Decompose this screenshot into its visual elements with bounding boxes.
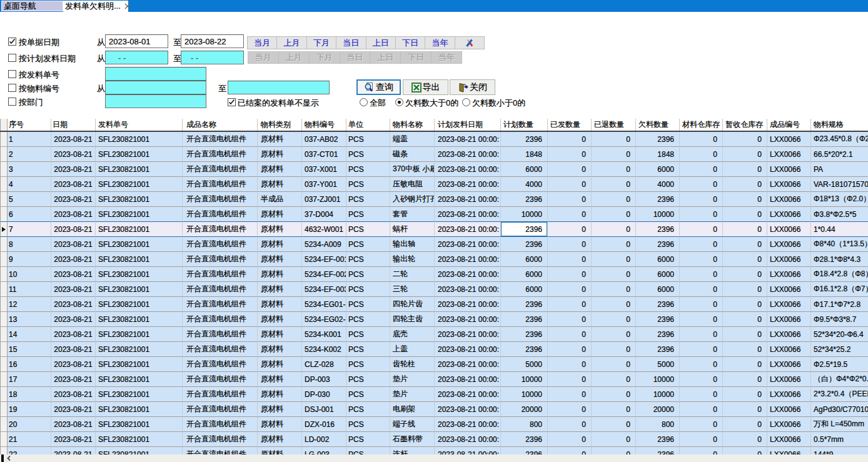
cell[interactable]: 7 (8, 222, 51, 237)
cell[interactable]: 0 (680, 252, 723, 267)
cell[interactable]: 2023-08-21 00:00: (435, 207, 501, 222)
cell[interactable]: PCS (346, 177, 390, 192)
cell[interactable]: 2023-08-21 (51, 327, 96, 342)
cell[interactable]: 037-X001 (302, 162, 346, 177)
cell[interactable]: LXX0066 (767, 207, 811, 222)
cell[interactable]: PCS (346, 132, 390, 147)
cell[interactable]: 2023-08-21 (51, 282, 96, 297)
cell[interactable]: 开合直流电机组件 (183, 447, 258, 454)
cell[interactable]: 2396 (501, 297, 548, 312)
cell[interactable]: 0 (548, 267, 592, 282)
cell[interactable]: 入砂钢片打孔 (390, 192, 435, 207)
cell[interactable]: 齿轮柱 (390, 357, 435, 372)
cell[interactable]: 2023-08-21 (51, 147, 96, 162)
cell[interactable]: PCS (346, 222, 390, 237)
export-button[interactable]: 导出 (403, 79, 448, 95)
cell[interactable]: 0 (723, 417, 767, 432)
cell[interactable]: 144*9 (811, 447, 868, 454)
row-header[interactable] (0, 402, 8, 417)
cell[interactable]: 2396 (636, 447, 680, 454)
cell[interactable]: 2023-08-21 (51, 222, 96, 237)
cell[interactable]: SFL230821001 (96, 432, 183, 447)
cell[interactable]: 开合直流电机组件 (183, 297, 258, 312)
cell[interactable]: SFL230821001 (96, 207, 183, 222)
cell[interactable]: 2023-08-21 00:00: (435, 222, 501, 237)
column-header-12[interactable]: 已退数量 (592, 119, 636, 131)
cell[interactable]: 0 (723, 372, 767, 387)
btn-next-day[interactable]: 下日 (396, 37, 425, 49)
cell[interactable]: 2023-08-21 (51, 267, 96, 282)
cell[interactable]: 2023-08-21 00:00: (435, 252, 501, 267)
cell[interactable]: 2396 (636, 222, 680, 237)
cell[interactable]: 原材料 (258, 162, 302, 177)
cell[interactable]: LXX0066 (767, 252, 811, 267)
cell[interactable]: 0 (723, 312, 767, 327)
cell[interactable]: 0 (592, 402, 636, 417)
column-header-4[interactable]: 成品名称 (183, 119, 258, 131)
cell[interactable]: 2 (8, 147, 51, 162)
cell[interactable]: 0 (548, 357, 592, 372)
cell[interactable]: 0 (723, 207, 767, 222)
issue-no-input[interactable] (105, 67, 206, 81)
cell[interactable]: 开合直流电机组件 (183, 132, 258, 147)
by-department-checkbox[interactable] (8, 98, 16, 106)
cell[interactable]: SFL230821001 (96, 132, 183, 147)
cell[interactable]: 800 (501, 417, 548, 432)
row-header[interactable] (0, 237, 8, 252)
cell[interactable]: 52*34*20-Φ6.4 (811, 327, 868, 342)
cell[interactable]: 0.5*7mm (811, 432, 868, 447)
cell[interactable]: SFL230821001 (96, 177, 183, 192)
cell[interactable]: 6000 (501, 252, 548, 267)
cell[interactable]: 0 (680, 312, 723, 327)
cell[interactable]: 原材料 (258, 312, 302, 327)
cell[interactable]: SFL230821001 (96, 267, 183, 282)
cell[interactable]: 2396 (636, 132, 680, 147)
cell[interactable]: SFL230821001 (96, 282, 183, 297)
cell[interactable]: 2023-08-21 00:00: (435, 162, 501, 177)
cell[interactable]: 1848 (501, 147, 548, 162)
cell[interactable]: LXX0066 (767, 132, 811, 147)
cell[interactable]: 2023-08-21 00:00: (435, 312, 501, 327)
cell[interactable]: 0 (680, 372, 723, 387)
cell[interactable]: LXX0066 (767, 282, 811, 297)
cell[interactable]: LG-003 (302, 447, 346, 454)
cell[interactable]: 0 (592, 282, 636, 297)
cell[interactable]: 2396 (501, 432, 548, 447)
cell[interactable]: LXX0066 (767, 147, 811, 162)
cell[interactable]: 0 (548, 372, 592, 387)
cell[interactable]: 开合直流电机组件 (183, 402, 258, 417)
cell[interactable]: 万和 L=450mm (811, 417, 868, 432)
cell[interactable]: 2023-08-21 00:00: (435, 327, 501, 342)
cell[interactable]: 压敏电阻 (390, 177, 435, 192)
cell[interactable]: 6000 (636, 162, 680, 177)
cell[interactable]: 原材料 (258, 387, 302, 402)
cell[interactable]: 0 (548, 387, 592, 402)
cell[interactable]: 2396 (501, 237, 548, 252)
cell[interactable]: 0 (680, 147, 723, 162)
cell[interactable]: 5234-K001 (302, 327, 346, 342)
cell[interactable]: 原材料 (258, 342, 302, 357)
by-doc-date-checkbox[interactable] (8, 38, 16, 46)
cell[interactable]: 端盖 (390, 132, 435, 147)
row-header[interactable] (0, 132, 8, 147)
cell[interactable]: 5234-K002 (302, 342, 346, 357)
column-header-10[interactable]: 计划数量 (501, 119, 548, 131)
cell[interactable]: 2023-08-21 00:00: (435, 192, 501, 207)
cell[interactable]: 0 (592, 267, 636, 282)
cell[interactable]: 5234-A009 (302, 237, 346, 252)
column-header-16[interactable]: 成品编号 (767, 119, 811, 131)
cell[interactable]: 垫片 (390, 372, 435, 387)
cell[interactable]: 2023-08-21 00:00: (435, 417, 501, 432)
cell[interactable]: PCS (346, 192, 390, 207)
cell[interactable]: LXX0066 (767, 447, 811, 454)
cell[interactable]: 输出轮 (390, 252, 435, 267)
cell[interactable]: SFL230821001 (96, 357, 183, 372)
cell[interactable]: 0 (548, 402, 592, 417)
cell[interactable]: 0 (592, 147, 636, 162)
row-header[interactable] (0, 342, 8, 357)
cell[interactable]: 0 (680, 132, 723, 147)
cell[interactable]: 2396 (501, 312, 548, 327)
cell[interactable]: 10000 (501, 387, 548, 402)
cell[interactable]: 0 (680, 222, 723, 237)
cell[interactable]: 0 (723, 177, 767, 192)
